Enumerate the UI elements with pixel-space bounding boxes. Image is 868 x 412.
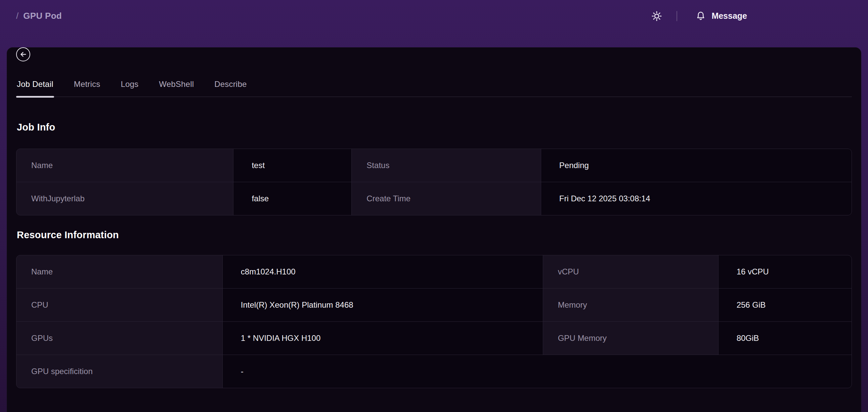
job-status-label: Status [352, 149, 540, 182]
job-create-time-label: Create Time [352, 182, 540, 215]
job-status-value: Pending [541, 149, 851, 182]
breadcrumb: / GPU Pod [16, 11, 62, 21]
resource-information-table: Name c8m1024.H100 vCPU 16 vCPU CPU Intel… [16, 255, 852, 388]
bell-icon [695, 11, 706, 22]
tab-describe[interactable]: Describe [214, 79, 247, 97]
breadcrumb-item-gpu-pod[interactable]: GPU Pod [23, 11, 62, 21]
resource-name-label: Name [17, 255, 222, 288]
resource-cpu-value: Intel(R) Xeon(R) Platinum 8468 [223, 288, 543, 321]
theme-toggle-button[interactable] [651, 10, 662, 22]
tab-job-detail[interactable]: Job Detail [16, 79, 54, 97]
job-name-label: Name [17, 149, 233, 182]
tab-webshell[interactable]: WebShell [158, 79, 194, 97]
job-name-value: test [234, 149, 351, 182]
resource-vcpu-label: vCPU [543, 255, 718, 288]
section-title-job-info: Job Info [17, 122, 852, 133]
resource-gpu-memory-label: GPU Memory [543, 322, 718, 355]
tab-metrics[interactable]: Metrics [73, 79, 101, 97]
resource-vcpu-value: 16 vCPU [718, 255, 851, 288]
resource-gpu-specification-label: GPU specificition [17, 355, 222, 388]
header-divider [677, 11, 677, 21]
message-button[interactable]: Message [695, 11, 747, 22]
message-label: Message [711, 11, 747, 21]
resource-gpu-specification-value: - [223, 355, 851, 388]
job-withjupyterlab-label: WithJupyterlab [17, 182, 233, 215]
resource-memory-value: 256 GiB [718, 288, 851, 321]
resource-cpu-label: CPU [17, 288, 222, 321]
header-actions: Message [651, 10, 747, 22]
breadcrumb-separator: / [16, 11, 19, 21]
back-button[interactable] [16, 47, 30, 61]
job-info-table: Name test Status Pending WithJupyterlab … [16, 149, 852, 215]
resource-gpu-memory-value: 80GiB [718, 322, 851, 355]
resource-gpus-value: 1 * NVIDIA HGX H100 [223, 322, 543, 355]
job-withjupyterlab-value: false [234, 182, 351, 215]
detail-card: Job Detail Metrics Logs WebShell Describ… [7, 47, 861, 412]
sun-icon [651, 10, 662, 22]
section-title-resource-information: Resource Information [17, 230, 852, 241]
back-arrow-icon [20, 51, 27, 58]
tab-bar: Job Detail Metrics Logs WebShell Describ… [16, 79, 852, 97]
tab-logs[interactable]: Logs [120, 79, 139, 97]
resource-memory-label: Memory [543, 288, 718, 321]
job-create-time-value: Fri Dec 12 2025 03:08:14 [541, 182, 851, 215]
resource-gpus-label: GPUs [17, 322, 222, 355]
resource-name-value: c8m1024.H100 [223, 255, 543, 288]
page-header: / GPU Pod Message [0, 0, 868, 32]
